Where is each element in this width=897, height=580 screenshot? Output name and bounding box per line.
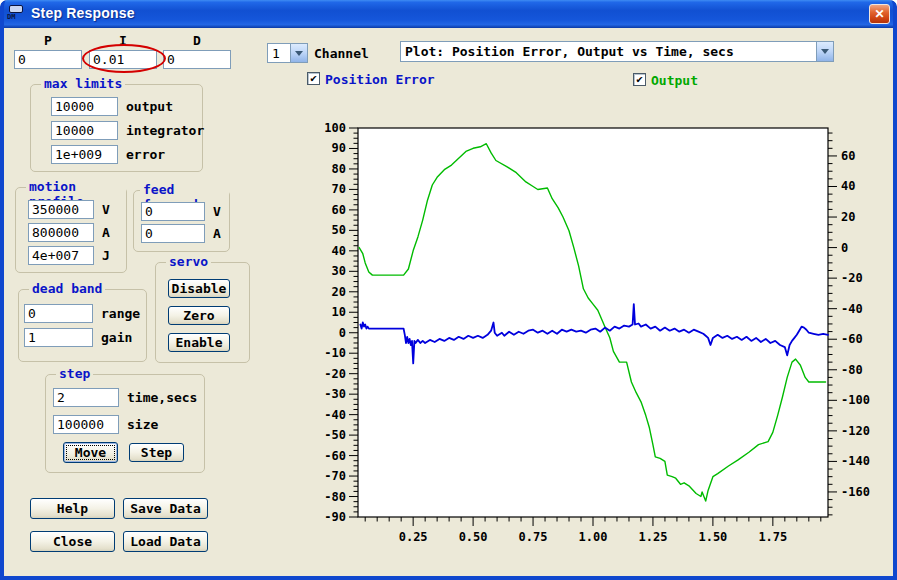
move-button[interactable]: Move [63,442,118,463]
p-field[interactable] [14,50,82,69]
ff-velocity-label: V [213,204,221,219]
servo-disable-button[interactable]: Disable [168,279,230,298]
max-limits-title: max limits [41,76,125,91]
x-axis-tick-label: 0.50 [459,530,488,544]
close-icon: ✕ [874,7,884,21]
right-axis-tick-label: -120 [841,424,870,438]
jerk-field[interactable] [28,246,94,265]
i-field[interactable] [89,50,157,69]
plot-select[interactable]: Plot: Position Error, Output vs Time, se… [400,41,834,62]
max-limits-group: max limits output integrator error [30,84,203,172]
dead-band-gain-field[interactable] [24,328,93,347]
left-axis-tick-label: 100 [324,121,346,135]
right-axis-tick-label: 0 [841,241,848,255]
dead-band-gain-label: gain [101,330,132,345]
right-axis-tick-label: -20 [841,271,863,285]
right-axis-tick-label: -160 [841,485,870,499]
close-window-button[interactable]: Close [30,531,115,552]
left-axis-tick-label: 80 [332,162,346,176]
left-axis-tick-label: -30 [324,387,346,401]
plot-select-value: Plot: Position Error, Output vs Time, se… [401,44,816,59]
app-icon: DM [7,5,25,23]
x-axis-tick-label: 1.50 [698,530,727,544]
plot-select-button[interactable] [816,42,833,61]
left-axis-tick-label: 50 [332,223,346,237]
left-axis-tick-label: 10 [332,305,346,319]
ff-acceleration-label: A [213,226,221,241]
app-icon-graphic [9,5,23,13]
step-button[interactable]: Step [129,443,184,462]
step-size-label: size [127,417,158,432]
titlebar[interactable]: DM Step Response ✕ [0,0,897,28]
plot-frame [358,128,828,517]
left-axis-tick-label: 40 [332,244,346,258]
left-axis-tick-label: -70 [324,469,346,483]
step-response-plot: -90-80-70-60-50-40-30-20-100102030405060… [320,118,897,568]
window-title: Step Response [31,5,135,21]
jerk-label: J [102,248,110,263]
load-data-button[interactable]: Load Data [123,531,208,552]
left-axis-tick-label: -80 [324,490,346,504]
dead-band-range-field[interactable] [24,304,93,323]
servo-group: servo Disable Zero Enable [155,262,250,363]
right-axis-tick-label: -40 [841,302,863,316]
step-time-label: time,secs [127,390,197,405]
servo-zero-button[interactable]: Zero [168,306,230,325]
left-axis-tick-label: 30 [332,264,346,278]
channel-select-button[interactable] [290,44,307,62]
left-axis-tick-label: 60 [332,203,346,217]
left-axis-tick-label: -20 [324,367,346,381]
x-axis-tick-label: 0.75 [519,530,548,544]
right-axis-tick-label: 40 [841,179,855,193]
left-axis-tick-label: -60 [324,449,346,463]
max-integrator-field[interactable] [51,121,118,140]
left-axis-tick-label: -40 [324,408,346,422]
acceleration-field[interactable] [28,223,94,242]
feed-forward-group: feed forward V A [133,190,230,252]
position-error-label: Position Error [325,72,435,87]
app-icon-text: DM [7,13,15,21]
ff-acceleration-field[interactable] [141,224,205,243]
x-axis-tick-label: 1.25 [638,530,667,544]
step-group: step time,secs size Move Step [45,374,205,473]
right-axis-tick-label: -140 [841,454,870,468]
velocity-field[interactable] [28,200,94,219]
step-time-field[interactable] [53,388,119,407]
channel-select-value: 1 [268,46,290,61]
output-label: Output [651,73,698,88]
servo-title: servo [166,254,211,269]
right-axis-tick-label: -60 [841,332,863,346]
dead-band-range-label: range [101,306,140,321]
left-axis-tick-label: -90 [324,510,346,524]
x-axis-tick-label: 1.00 [579,530,608,544]
output-checkbox[interactable]: ✔ [633,73,646,86]
d-label: D [163,33,231,48]
close-button[interactable]: ✕ [869,4,890,24]
left-axis-tick-label: 90 [332,141,346,155]
help-button[interactable]: Help [30,498,115,519]
d-field[interactable] [163,50,231,69]
save-data-button[interactable]: Save Data [123,498,208,519]
i-label: I [89,33,157,48]
motion-profile-group: motion profile V A J [15,187,127,273]
channel-label: Channel [314,46,369,61]
max-error-field[interactable] [51,145,118,164]
max-error-label: error [126,147,165,162]
position-error-checkbox[interactable]: ✔ [307,72,320,85]
max-integrator-label: integrator [126,123,204,138]
left-axis-tick-label: -10 [324,346,346,360]
right-axis-tick-label: -100 [841,393,870,407]
servo-enable-button[interactable]: Enable [168,333,230,352]
channel-select[interactable]: 1 [267,43,308,63]
step-response-window: DM Step Response ✕ P I D 1 Channel Plot:… [0,0,897,580]
ff-velocity-field[interactable] [141,202,205,221]
max-output-field[interactable] [51,97,118,116]
step-size-field[interactable] [53,415,119,434]
left-axis-tick-label: 20 [332,285,346,299]
dead-band-group: dead band range gain [18,289,147,362]
left-axis-tick-label: 70 [332,182,346,196]
left-axis-tick-label: -50 [324,428,346,442]
chevron-down-icon [821,49,829,54]
max-output-label: output [126,99,173,114]
p-label: P [14,33,82,48]
